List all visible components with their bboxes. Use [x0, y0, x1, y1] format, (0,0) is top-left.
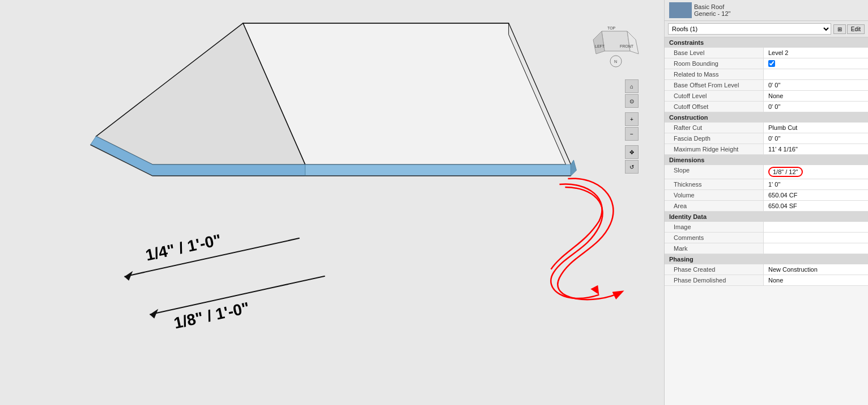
camera-view-btn[interactable]: ⊙: [625, 94, 639, 108]
prop-base-offset: Base Offset From Level 0' 0": [665, 80, 868, 91]
prop-base-level: Base Level Level 2: [665, 48, 868, 58]
properties-panel: Basic Roof Generic - 12" Roofs (1) ⊞ Edi…: [664, 0, 868, 405]
prop-image: Image: [665, 222, 868, 233]
zoom-in-btn[interactable]: +: [625, 112, 639, 126]
prop-mark: Mark: [665, 243, 868, 254]
slope-value-highlight: 1/8" / 12": [768, 167, 803, 177]
edit-type-btn[interactable]: Edit: [847, 24, 865, 34]
room-bounding-checkbox[interactable]: [768, 60, 775, 67]
section-identity-data: Identity Data: [665, 212, 868, 222]
prop-room-bounding: Room Bounding: [665, 58, 868, 69]
prop-cutoff-level: Cutoff Level None: [665, 91, 868, 102]
camera-controls[interactable]: ⌂ ⊙ + − ✥ ↺: [625, 79, 639, 174]
navigation-cube[interactable]: LEFT FRONT TOP N: [590, 17, 641, 68]
prop-area: Area 650.04 SF: [665, 201, 868, 212]
section-dimensions: Dimensions: [665, 155, 868, 165]
prop-phase-created: Phase Created New Construction: [665, 264, 868, 275]
3d-canvas: 1/4" / 1'-0" 1/8" / 1'-0": [0, 0, 664, 405]
section-phasing: Phasing: [665, 254, 868, 264]
prop-phase-demolished: Phase Demolished None: [665, 275, 868, 286]
prop-cutoff-offset: Cutoff Offset 0' 0": [665, 102, 868, 112]
svg-marker-5: [305, 164, 571, 176]
roof-type-select[interactable]: Roofs (1): [668, 23, 831, 35]
type-properties-btn[interactable]: ⊞: [833, 24, 846, 34]
section-construction: Construction: [665, 112, 868, 123]
svg-text:FRONT: FRONT: [620, 44, 634, 48]
roof-selector-row[interactable]: Roofs (1) ⊞ Edit: [665, 21, 868, 37]
camera-home-btn[interactable]: ⌂: [625, 79, 639, 93]
prop-rafter-cut: Rafter Cut Plumb Cut: [665, 123, 868, 133]
type-preview-header: Basic Roof Generic - 12": [665, 0, 868, 21]
3d-viewport[interactable]: 1/4" / 1'-0" 1/8" / 1'-0" LEFT FRONT: [0, 0, 664, 405]
svg-text:TOP: TOP: [607, 26, 616, 30]
prop-comments: Comments: [665, 233, 868, 243]
svg-text:LEFT: LEFT: [595, 44, 605, 48]
prop-max-ridge-height: Maximum Ridge Height 11' 4 1/16": [665, 144, 868, 155]
section-constraints: Constraints: [665, 37, 868, 48]
prop-slope: Slope 1/8" / 12": [665, 165, 868, 179]
type-thumbnail: [669, 2, 692, 18]
svg-text:N: N: [614, 60, 617, 64]
orbit-btn[interactable]: ↺: [625, 160, 639, 174]
prop-related-to-mass: Related to Mass: [665, 69, 868, 80]
prop-volume: Volume 650.04 CF: [665, 190, 868, 201]
type-name-line2: Generic - 12": [694, 10, 730, 17]
prop-thickness: Thickness 1' 0": [665, 179, 868, 190]
type-name-line1: Basic Roof: [694, 3, 730, 10]
properties-table: Constraints Base Level Level 2 Room Boun…: [665, 37, 868, 286]
zoom-out-btn[interactable]: −: [625, 127, 639, 141]
pan-btn[interactable]: ✥: [625, 145, 639, 159]
prop-fascia-depth: Fascia Depth 0' 0": [665, 133, 868, 144]
